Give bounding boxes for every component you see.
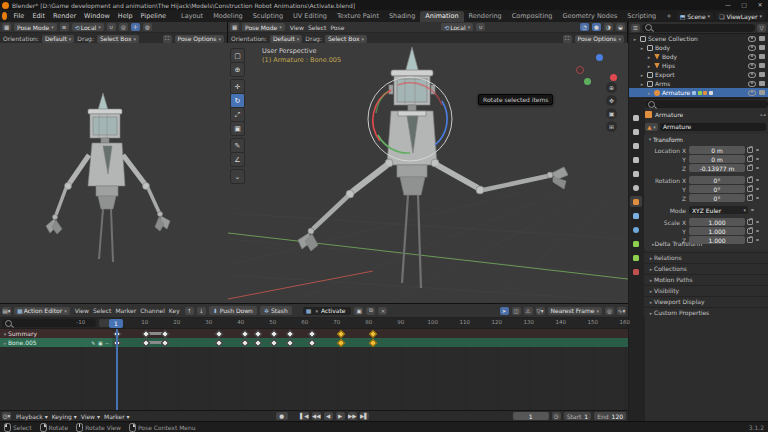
section-motion-paths[interactable]: ▸Motion Paths bbox=[644, 274, 768, 284]
disable-in-renders-icon[interactable] bbox=[759, 72, 765, 77]
timeline-menu-keying[interactable]: Keying ▾ bbox=[50, 413, 79, 420]
tab-uv-editing[interactable]: UV Editing bbox=[288, 11, 332, 22]
animate-dot[interactable] bbox=[756, 188, 759, 191]
tab-geometry-nodes[interactable]: Geometry Nodes bbox=[557, 11, 622, 22]
auto-keying-record-button[interactable]: ● bbox=[276, 412, 288, 420]
menu-file[interactable]: File bbox=[9, 10, 28, 22]
scale-tool[interactable]: ⤢ bbox=[230, 107, 245, 122]
proportional-editing-icon[interactable]: ◎ bbox=[119, 23, 128, 31]
field-value[interactable]: 0 m bbox=[689, 155, 745, 163]
menu-pipeline[interactable]: Pipeline bbox=[137, 10, 170, 22]
menu-render[interactable]: Render bbox=[49, 10, 80, 22]
tab-texture-paint[interactable]: Texture Paint bbox=[332, 11, 384, 22]
outliner-row-armature[interactable]: ▸Armature bbox=[629, 88, 768, 97]
field-value[interactable]: 0° bbox=[689, 185, 745, 193]
expand-icon[interactable]: ▸ bbox=[646, 63, 652, 69]
field-value[interactable]: 0 m bbox=[689, 146, 745, 154]
animate-dot[interactable] bbox=[756, 230, 759, 233]
expand-icon[interactable]: ▸ bbox=[639, 72, 645, 78]
channel-summary[interactable]: ▾Summary bbox=[0, 329, 112, 338]
hide-hidden-icon[interactable]: ◫ bbox=[512, 307, 521, 315]
transform-orientation-dropdown[interactable]: ⟲Local▾ bbox=[72, 23, 104, 31]
prev-keyframe-button[interactable]: ◀◀ bbox=[312, 412, 321, 420]
expand-icon[interactable]: ▸ bbox=[646, 90, 652, 96]
editor-mode-dropdown[interactable]: ▦Action Editor▾ bbox=[14, 307, 70, 315]
jump-to-end-button[interactable]: ▶▌ bbox=[360, 412, 369, 420]
zoom-button[interactable]: ⊕ bbox=[606, 82, 617, 93]
dopesheet-menu-view[interactable]: View bbox=[73, 307, 91, 314]
properties-search-input[interactable] bbox=[645, 100, 768, 108]
tab-shading[interactable]: Shading bbox=[384, 11, 420, 22]
section-collections[interactable]: ▸Collections bbox=[644, 263, 768, 273]
lock-icon[interactable] bbox=[747, 228, 753, 234]
push-down-button[interactable]: ⬇Push Down bbox=[209, 306, 257, 315]
pose-options-dropdown[interactable]: Pose Options▾ bbox=[575, 35, 624, 43]
section-relations[interactable]: ▸Relations bbox=[644, 252, 768, 262]
disable-in-renders-icon[interactable] bbox=[759, 90, 765, 95]
dopesheet-menu-key[interactable]: Key bbox=[167, 307, 182, 314]
animate-dot[interactable] bbox=[751, 209, 754, 212]
object-name-field[interactable]: Armature bbox=[660, 123, 766, 131]
hide-in-viewport-icon[interactable] bbox=[748, 36, 756, 42]
measure-tool[interactable]: ∠ bbox=[230, 152, 245, 167]
xray-icon[interactable]: ⛶ bbox=[163, 35, 172, 43]
lock-icon[interactable] bbox=[747, 195, 753, 201]
dopesheet-menu-select[interactable]: Select bbox=[91, 307, 114, 314]
outliner-row-arms[interactable]: ▸Arms bbox=[629, 79, 768, 88]
channel-bone-005[interactable]: ▸Bone.005✎▣⌐ bbox=[0, 338, 112, 347]
section-visibility[interactable]: ▸Visibility bbox=[644, 285, 768, 295]
scene-selector[interactable]: ⬒Scene▾ bbox=[677, 12, 713, 20]
timeline-menu-playback[interactable]: Playback ▾ bbox=[14, 413, 50, 420]
outliner-row-hips[interactable]: ▸Hips bbox=[629, 61, 768, 70]
move-tool[interactable]: ✛ bbox=[230, 79, 245, 94]
field-value[interactable]: XYZ Euler▾ bbox=[689, 206, 748, 214]
xray-icon[interactable]: ⛶ bbox=[563, 35, 572, 43]
only-selected-icon[interactable]: ➤ bbox=[500, 307, 509, 315]
tab-scripting[interactable]: Scripting bbox=[622, 11, 661, 22]
transform-orientation-dropdown[interactable]: ⟲Local▾ bbox=[441, 23, 473, 31]
blender-menu-icon[interactable] bbox=[2, 12, 7, 20]
field-value[interactable]: 1.000 bbox=[689, 227, 745, 235]
tab-layout[interactable]: Layout bbox=[176, 11, 208, 22]
animate-dot[interactable] bbox=[756, 239, 759, 242]
clock-editor-icon[interactable]: ◷▾ bbox=[2, 412, 11, 420]
animate-dot[interactable] bbox=[756, 167, 759, 170]
disable-in-renders-icon[interactable] bbox=[759, 63, 765, 68]
editor-type-icon[interactable]: ▤▾ bbox=[2, 307, 11, 315]
outliner-row-scene-collection[interactable]: ▸Scene Collection bbox=[629, 34, 768, 43]
animate-dot[interactable] bbox=[756, 221, 759, 224]
lock-icon[interactable] bbox=[747, 219, 753, 225]
viewport-center-canvas[interactable] bbox=[228, 43, 628, 303]
pose-options-dropdown[interactable]: Pose Options▾ bbox=[175, 35, 224, 43]
hide-in-viewport-icon[interactable] bbox=[748, 63, 756, 69]
timeline-menu-view[interactable]: View ▾ bbox=[79, 413, 102, 420]
pin-icon[interactable]: ⊶ bbox=[760, 111, 766, 118]
action-selector[interactable]: ▦▾ Activate bbox=[303, 307, 352, 315]
mode-dropdown[interactable]: Pose Mode▾ bbox=[14, 23, 57, 31]
expand-icon[interactable]: ▸ bbox=[646, 54, 652, 60]
menu-edit[interactable]: Edit bbox=[28, 10, 49, 22]
cursor-tool[interactable]: ⊕ bbox=[230, 62, 245, 77]
select-box-tool[interactable]: ▢ bbox=[230, 48, 245, 63]
play-reverse-button[interactable]: ◀ bbox=[324, 412, 333, 420]
minimize-button[interactable]: — bbox=[720, 0, 736, 10]
disable-in-renders-icon[interactable] bbox=[759, 45, 765, 50]
section-custom-properties[interactable]: ▸Custom Properties bbox=[644, 307, 768, 317]
fake-user-shield-icon[interactable]: ▣ bbox=[354, 307, 363, 315]
viewport-menu-select[interactable]: Select bbox=[306, 24, 329, 31]
mute-checkbox[interactable]: ▣ bbox=[98, 340, 103, 346]
frame-end-field[interactable]: End120 bbox=[594, 412, 626, 420]
gizmo-toggle-icon[interactable]: ✛ bbox=[131, 23, 140, 31]
viewport-left-canvas[interactable] bbox=[0, 43, 228, 303]
orientation-dropdown[interactable]: Default▾ bbox=[270, 35, 302, 43]
transform-panel-header[interactable]: ▾ Transform bbox=[644, 134, 768, 144]
expand-icon[interactable]: ▸ bbox=[632, 36, 638, 42]
properties-tab-output[interactable] bbox=[630, 140, 642, 151]
lock-icon[interactable]: ⌐ bbox=[105, 340, 109, 346]
tab-sculpting[interactable]: Sculpting bbox=[248, 11, 288, 22]
properties-tab-world[interactable] bbox=[630, 182, 642, 193]
new-action-icon[interactable]: ⧉ bbox=[366, 307, 375, 315]
move-channel-down-icon[interactable]: ↓ bbox=[197, 307, 206, 315]
dopesheet-menu-channel[interactable]: Channel bbox=[138, 307, 167, 314]
properties-tab-constraints[interactable] bbox=[630, 238, 642, 249]
